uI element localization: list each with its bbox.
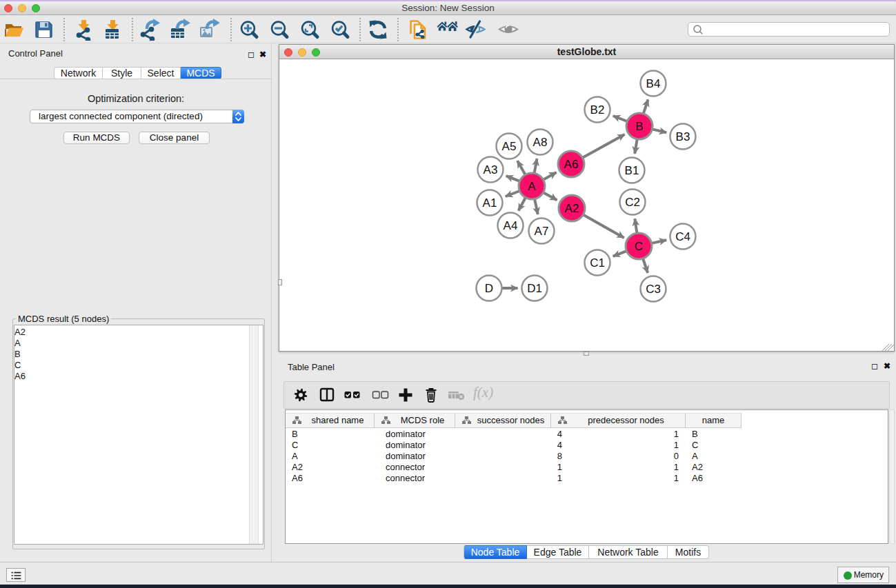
svg-text:B1: B1	[625, 164, 639, 177]
svg-text:D: D	[485, 282, 493, 295]
svg-text:D1: D1	[527, 282, 542, 295]
svg-text:A6: A6	[564, 158, 579, 171]
svg-text:A3: A3	[484, 163, 498, 176]
svg-text:A8: A8	[533, 136, 548, 149]
svg-text:C4: C4	[675, 230, 690, 243]
svg-text:C1: C1	[590, 256, 605, 270]
svg-text:B2: B2	[590, 103, 605, 116]
svg-text:A1: A1	[483, 196, 497, 210]
svg-text:A2: A2	[565, 202, 579, 215]
svg-text:A5: A5	[502, 140, 517, 153]
svg-text:B3: B3	[676, 130, 690, 143]
svg-text:B4: B4	[646, 77, 661, 90]
svg-text:C3: C3	[646, 283, 661, 296]
svg-text:A4: A4	[504, 219, 518, 232]
svg-text:A7: A7	[535, 225, 549, 238]
svg-text:C: C	[635, 240, 643, 253]
svg-text:C2: C2	[625, 196, 640, 209]
svg-text:A: A	[528, 180, 536, 193]
svg-text:B: B	[635, 120, 643, 133]
